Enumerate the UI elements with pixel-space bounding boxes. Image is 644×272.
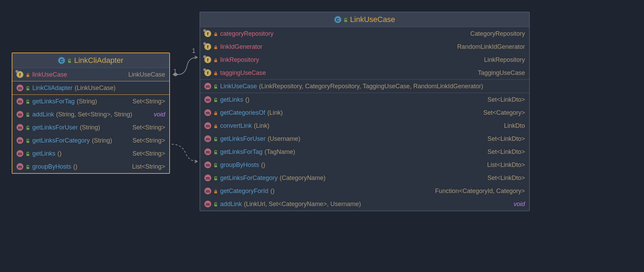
method-name: getLinksForTag bbox=[32, 98, 75, 105]
method-return: Set<LinkDto> bbox=[487, 148, 525, 156]
field-icon: f bbox=[204, 43, 211, 50]
public-icon bbox=[25, 164, 30, 169]
class-icon: C bbox=[58, 57, 65, 64]
field-type: RandomLinkIdGenerator bbox=[457, 43, 525, 50]
method-return: List<LinkDto> bbox=[487, 161, 525, 169]
svg-rect-19 bbox=[214, 152, 217, 154]
class-box-linkcliadapter[interactable]: C LinkCliAdapter f linkUseCase LinkUseCa… bbox=[12, 53, 170, 174]
method-return: void bbox=[154, 111, 165, 118]
method-name: getLinksForCategory bbox=[220, 174, 278, 182]
method-name: getLinks bbox=[32, 150, 55, 157]
method-return: Set<String> bbox=[132, 124, 165, 131]
field-row[interactable]: f categoryRepository CategoryRepository bbox=[200, 27, 529, 40]
public-icon bbox=[25, 125, 30, 130]
svg-rect-18 bbox=[214, 139, 217, 141]
public-icon bbox=[213, 97, 218, 102]
method-return: Set<LinkDto> bbox=[487, 96, 525, 103]
method-row[interactable]: m getCategoryForId() Function<CategoryId… bbox=[200, 184, 529, 197]
method-icon: m bbox=[204, 148, 211, 155]
method-params: (Username) bbox=[268, 135, 300, 143]
class-box-linkusecase[interactable]: C LinkUseCase f categoryRepository Categ… bbox=[200, 12, 530, 211]
method-name: addLink bbox=[32, 111, 54, 118]
method-params: (String, Set<String>, String) bbox=[56, 111, 132, 118]
method-return: Set<LinkDto> bbox=[487, 135, 525, 143]
constructor-row[interactable]: m LinkCliAdapter(LinkUseCase) bbox=[12, 81, 169, 94]
method-icon: m bbox=[17, 150, 23, 157]
field-row[interactable]: f linkIdGenerator RandomLinkIdGenerator bbox=[200, 40, 529, 53]
svg-rect-11 bbox=[214, 47, 217, 49]
method-icon: m bbox=[204, 96, 211, 103]
public-icon bbox=[213, 175, 218, 180]
constructor-row[interactable]: m LinkUseCase(LinkRepository, CategoryRe… bbox=[200, 80, 529, 93]
class-title: LinkUseCase bbox=[350, 15, 395, 24]
svg-rect-6 bbox=[26, 141, 29, 143]
method-row[interactable]: m addLink(String, Set<String>, String) v… bbox=[12, 108, 169, 121]
svg-rect-2 bbox=[26, 88, 29, 90]
method-row[interactable]: m getLinksForCategory(CategoryName) Set<… bbox=[200, 171, 529, 184]
method-row[interactable]: m getLinksForTag(TagName) Set<LinkDto> bbox=[200, 145, 529, 158]
dependency-connector bbox=[170, 141, 201, 165]
svg-rect-8 bbox=[26, 167, 29, 169]
public-icon bbox=[25, 138, 30, 143]
private-icon bbox=[213, 57, 218, 62]
method-row[interactable]: m convertLink(Link) LinkDto bbox=[200, 119, 529, 132]
method-row[interactable]: m groupByHosts() List<String> bbox=[12, 160, 169, 173]
method-row[interactable]: m getLinksForTag(String) Set<String> bbox=[12, 95, 169, 108]
public-icon bbox=[67, 58, 72, 63]
method-params: (String) bbox=[92, 137, 112, 144]
method-row[interactable]: m getLinksForCategory(String) Set<String… bbox=[12, 134, 169, 147]
field-icon: f bbox=[17, 71, 23, 78]
method-params: () bbox=[245, 96, 249, 103]
svg-rect-0 bbox=[68, 61, 71, 63]
method-return: LinkDto bbox=[504, 122, 525, 129]
field-name: linkRepository bbox=[220, 56, 259, 64]
field-type: CategoryRepository bbox=[470, 30, 525, 37]
field-row[interactable]: f taggingUseCase TaggingUseCase bbox=[200, 66, 529, 79]
private-icon bbox=[213, 110, 218, 115]
method-return: Function<CategoryId, Category> bbox=[435, 188, 525, 195]
svg-rect-22 bbox=[214, 191, 217, 193]
method-return: Set<String> bbox=[132, 137, 165, 144]
svg-rect-17 bbox=[214, 126, 217, 128]
constructor-params: (LinkRepository, CategoryRepository, Tag… bbox=[259, 83, 483, 90]
field-row[interactable]: f linkUseCase LinkUseCase bbox=[12, 68, 169, 81]
method-params: () bbox=[73, 163, 77, 170]
field-name: linkIdGenerator bbox=[220, 43, 262, 50]
svg-rect-1 bbox=[26, 75, 29, 77]
method-name: getLinksForUser bbox=[32, 124, 78, 131]
public-icon bbox=[213, 136, 218, 141]
field-type: LinkRepository bbox=[484, 56, 525, 64]
svg-rect-3 bbox=[26, 102, 29, 104]
method-name: convertLink bbox=[220, 122, 252, 129]
method-row[interactable]: m addLink(LinkUrl, Set<CategoryName>, Us… bbox=[200, 197, 529, 211]
method-params: (String) bbox=[80, 124, 100, 131]
field-name: categoryRepository bbox=[220, 30, 273, 37]
method-icon: m bbox=[204, 83, 211, 90]
svg-rect-9 bbox=[344, 20, 347, 22]
method-row[interactable]: m getLinks() Set<LinkDto> bbox=[200, 93, 529, 106]
method-row[interactable]: m getCategoriesOf(Link) Set<Category> bbox=[200, 106, 529, 119]
method-icon: m bbox=[204, 161, 211, 168]
method-row[interactable]: m getLinksForUser(Username) Set<LinkDto> bbox=[200, 132, 529, 145]
class-title: LinkCliAdapter bbox=[74, 56, 123, 65]
method-row[interactable]: m getLinksForUser(String) Set<String> bbox=[12, 121, 169, 134]
method-icon: m bbox=[17, 137, 23, 144]
method-icon: m bbox=[204, 188, 211, 194]
method-params: (TagName) bbox=[265, 148, 295, 156]
public-icon bbox=[213, 162, 218, 167]
method-name: getLinksForCategory bbox=[32, 137, 90, 144]
method-icon: m bbox=[17, 163, 23, 170]
method-row[interactable]: m getLinks() Set<String> bbox=[12, 147, 169, 160]
method-return: Set<Category> bbox=[483, 109, 525, 116]
svg-rect-21 bbox=[214, 178, 217, 180]
svg-rect-4 bbox=[26, 115, 29, 117]
svg-rect-5 bbox=[26, 128, 29, 130]
svg-rect-16 bbox=[214, 113, 217, 115]
field-name: linkUseCase bbox=[32, 71, 67, 78]
method-icon: m bbox=[204, 109, 211, 116]
field-row[interactable]: f linkRepository LinkRepository bbox=[200, 53, 529, 66]
field-icon: f bbox=[204, 30, 211, 37]
method-params: (LinkUrl, Set<CategoryName>, Username) bbox=[244, 201, 361, 208]
method-row[interactable]: m groupByHosts() List<LinkDto> bbox=[200, 158, 529, 171]
method-params: (String) bbox=[77, 98, 97, 105]
